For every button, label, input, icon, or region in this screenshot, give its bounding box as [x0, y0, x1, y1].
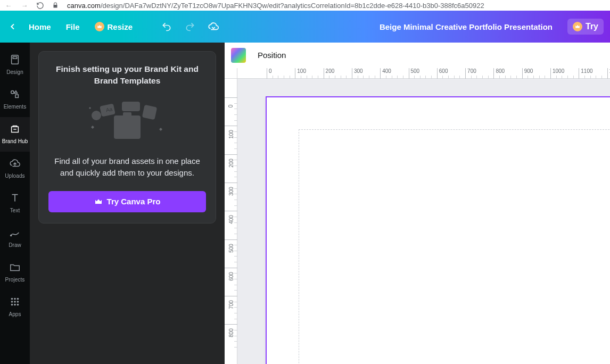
try-canva-pro-button[interactable]: Try Canva Pro: [48, 191, 206, 212]
ruler-tick: 1000: [550, 68, 564, 79]
rail-uploads[interactable]: Uploads: [0, 152, 30, 186]
workspace: Design Elements Brand Hub Uploads Text: [0, 43, 610, 364]
svg-point-5: [11, 298, 13, 300]
document-title[interactable]: Beige Minimal Creative Portfolio Present…: [380, 22, 553, 31]
svg-rect-1: [13, 57, 17, 59]
svg-rect-3: [15, 95, 18, 98]
horizontal-ruler: 0100200300400500600700800900100011001: [237, 68, 610, 79]
redo-button[interactable]: [180, 17, 200, 36]
projects-icon: [9, 261, 21, 274]
svg-point-10: [17, 301, 19, 303]
rail-elements[interactable]: Elements: [0, 82, 30, 117]
rail-text[interactable]: Text: [0, 186, 30, 221]
svg-point-8: [11, 301, 13, 303]
svg-rect-14: [114, 115, 141, 139]
svg-point-6: [14, 298, 16, 300]
rail-label: Draw: [9, 242, 21, 248]
resize-label: Resize: [108, 22, 133, 31]
back-button[interactable]: [6, 20, 19, 33]
margin-guide: [299, 129, 610, 364]
resize-button[interactable]: Resize: [89, 19, 138, 35]
browser-chrome: ← → canva.com/design/DAFa7wDztNY/ZyTeT1z…: [0, 0, 610, 11]
crown-icon: [573, 22, 582, 31]
brand-kit-card: Finish setting up your Brand Kit and Bra…: [38, 51, 216, 224]
rail-brandhub[interactable]: Brand Hub: [0, 117, 30, 152]
undo-button[interactable]: [157, 17, 176, 36]
svg-point-4: [11, 235, 12, 236]
rail-label: Projects: [5, 277, 25, 283]
rail-draw[interactable]: Draw: [0, 221, 30, 255]
rail-apps[interactable]: Apps: [0, 290, 30, 325]
brand-subtext: Find all of your brand assets in one pla…: [48, 155, 206, 179]
rail-label: Uploads: [5, 173, 24, 179]
browser-back-icon[interactable]: ←: [4, 2, 13, 10]
url-domain: canva.com: [67, 2, 101, 10]
svg-point-11: [11, 304, 13, 306]
cloud-sync-icon[interactable]: [204, 17, 223, 36]
rail-projects[interactable]: Projects: [0, 255, 30, 290]
browser-reload-icon[interactable]: [36, 2, 45, 10]
file-menu[interactable]: File: [61, 19, 85, 35]
left-rail: Design Elements Brand Hub Uploads Text: [0, 43, 30, 364]
vertical-ruler: 0100200300400500600700800: [225, 79, 237, 364]
svg-rect-15: [123, 112, 131, 117]
try-pro-label: Try: [586, 22, 598, 31]
svg-rect-17: [122, 102, 140, 111]
rail-label: Brand Hub: [2, 138, 28, 144]
browser-url[interactable]: canva.com/design/DAFa7wDztNY/ZyTeT1zcO8w…: [67, 2, 606, 10]
url-path: /design/DAFa7wDztNY/ZyTeT1zcO8w7UpaFKHN3…: [101, 2, 484, 10]
ruler-corner: [225, 68, 237, 79]
page-viewport[interactable]: [237, 79, 610, 364]
svg-point-13: [17, 304, 19, 306]
app-toolbar: Home File Resize Beige Minimal Creative …: [0, 11, 610, 43]
apps-icon: [9, 295, 21, 308]
rail-label: Text: [10, 208, 20, 213]
canvas-area: Position 0100200300400500600700800900100…: [225, 43, 610, 364]
svg-point-19: [92, 111, 101, 120]
text-icon: [9, 192, 21, 204]
svg-point-7: [17, 298, 19, 300]
svg-point-2: [11, 91, 14, 94]
crown-icon: [95, 22, 104, 31]
ruler-tick: 1: [607, 68, 610, 79]
svg-point-9: [14, 301, 16, 303]
try-pro-button[interactable]: Try: [567, 19, 604, 35]
rail-label: Apps: [9, 311, 21, 317]
svg-point-12: [14, 304, 16, 306]
background-color-swatch[interactable]: [231, 48, 246, 63]
brand-headline: Finish setting up your Brand Kit and Bra…: [48, 63, 206, 87]
position-button[interactable]: Position: [254, 48, 289, 62]
try-canva-pro-label: Try Canva Pro: [107, 197, 161, 206]
draw-icon: [9, 226, 21, 239]
editor-viewport[interactable]: 0100200300400500600700800900100011001 01…: [225, 68, 610, 364]
context-toolbar: Position: [225, 43, 610, 68]
rail-design[interactable]: Design: [0, 48, 30, 82]
brandhub-icon: [9, 122, 21, 135]
brand-illustration: Aa: [48, 97, 206, 145]
design-icon: [9, 53, 21, 66]
ruler-tick: 0: [267, 68, 272, 79]
side-panel: Finish setting up your Brand Kit and Bra…: [30, 43, 225, 364]
elements-icon: [9, 88, 21, 101]
crown-icon: [94, 197, 103, 206]
browser-forward-icon[interactable]: →: [20, 2, 29, 10]
lock-icon: [52, 2, 60, 9]
rail-label: Design: [6, 69, 23, 75]
svg-rect-18: [142, 105, 157, 120]
ruler-tick: 1100: [579, 68, 592, 79]
rail-label: Elements: [4, 104, 27, 110]
uploads-icon: [9, 157, 21, 170]
home-button[interactable]: Home: [23, 19, 56, 35]
